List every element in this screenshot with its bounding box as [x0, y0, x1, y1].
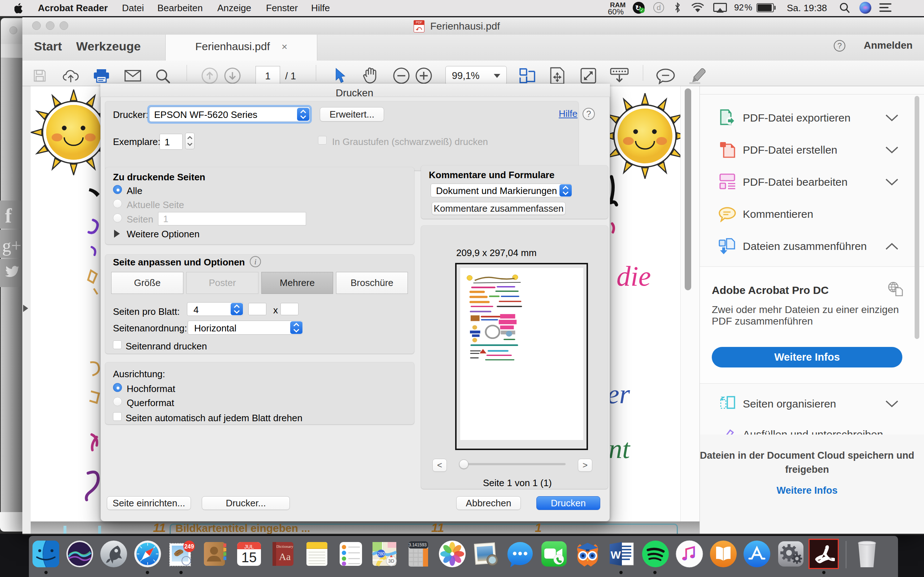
svg-text:3D: 3D — [388, 558, 394, 564]
svg-text:W: W — [611, 549, 621, 561]
svg-text:280: 280 — [378, 551, 385, 556]
svg-text:die: die — [617, 260, 651, 292]
svg-text:15: 15 — [241, 550, 257, 565]
svg-text:249: 249 — [184, 543, 194, 550]
svg-text:nt: nt — [610, 434, 630, 464]
svg-text:Aa: Aa — [279, 551, 291, 562]
svg-text:3.141593: 3.141593 — [409, 542, 426, 548]
svg-text:er: er — [610, 379, 630, 409]
svg-text:JUL: JUL — [244, 543, 254, 550]
svg-text:Dictionary: Dictionary — [276, 544, 294, 548]
